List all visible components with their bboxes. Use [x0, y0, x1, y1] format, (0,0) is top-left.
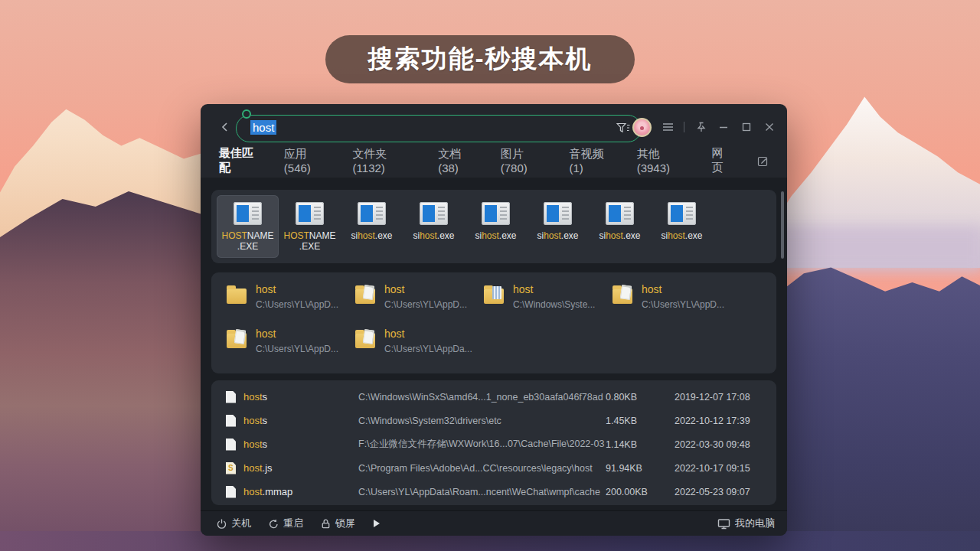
- selected-query-text: host: [250, 120, 276, 135]
- folder-result[interactable]: hostC:\Users\YL\AppD...: [227, 283, 355, 328]
- exe-app-icon: [358, 202, 386, 225]
- app-result[interactable]: sihost.exe: [651, 195, 713, 258]
- lock-icon: [320, 518, 332, 530]
- titlebar-icons: [632, 104, 776, 150]
- folder-icon: [355, 333, 375, 348]
- app-result[interactable]: sihost.exe: [403, 195, 465, 258]
- scrollbar[interactable]: [781, 191, 784, 259]
- files-result-card: hosts C:\Windows\WinSxS\amd64...1_none_e…: [211, 380, 776, 505]
- minimize-button[interactable]: [717, 120, 730, 134]
- restart-icon: [268, 518, 279, 530]
- folder-icon: [484, 289, 504, 304]
- file-result[interactable]: hosts C:\Windows\System32\drivers\etc 1.…: [226, 409, 763, 432]
- desktop: 搜索功能-秒搜本机 host: [0, 0, 980, 551]
- file-result[interactable]: host.js C:\Program Files\Adobe\Ad...CC\r…: [226, 456, 763, 480]
- file-icon: [226, 462, 236, 474]
- tab-documents[interactable]: 文档(38): [438, 144, 481, 182]
- tab-apps[interactable]: 应用(546): [284, 144, 333, 182]
- search-window: host: [201, 104, 787, 536]
- my-computer-button[interactable]: 我的电脑: [717, 517, 775, 530]
- file-icon: [226, 391, 236, 403]
- folder-icon: [227, 289, 247, 304]
- power-icon: [216, 518, 227, 530]
- file-result[interactable]: host.mmap C:\Users\YL\AppData\Roam...nce…: [226, 480, 763, 504]
- folder-icon: [612, 289, 632, 304]
- exe-app-icon: [668, 202, 696, 225]
- app-result[interactable]: HOSTNAME.EXE: [279, 195, 341, 258]
- file-icon: [226, 486, 236, 498]
- expand-arrow-icon[interactable]: [374, 520, 380, 527]
- lock-screen-button[interactable]: 锁屏: [320, 517, 355, 530]
- close-button[interactable]: [763, 120, 776, 134]
- folder-icon: [355, 289, 375, 304]
- wallpaper-fog: [754, 226, 980, 272]
- tab-folders[interactable]: 文件夹(1132): [353, 144, 419, 182]
- back-button[interactable]: [219, 121, 231, 133]
- results-area: HOSTNAME.EXE HOSTNAME.EXE sihost.exe sih…: [201, 178, 787, 510]
- tab-media[interactable]: 音视频(1): [570, 144, 617, 182]
- search-input[interactable]: host: [236, 115, 642, 142]
- apps-result-card: HOSTNAME.EXE HOSTNAME.EXE sihost.exe sih…: [211, 190, 776, 263]
- exe-app-icon: [420, 202, 448, 225]
- search-icon: [242, 109, 251, 119]
- shutdown-button[interactable]: 关机: [216, 517, 251, 530]
- filter-icon[interactable]: [616, 122, 631, 134]
- page-title: 搜索功能-秒搜本机: [325, 35, 635, 83]
- app-result[interactable]: sihost.exe: [341, 195, 403, 258]
- folder-result[interactable]: hostC:\Users\YL\AppDa...: [355, 328, 484, 372]
- edit-tabs-icon[interactable]: [757, 155, 769, 171]
- restart-button[interactable]: 重启: [268, 517, 303, 530]
- tab-images[interactable]: 图片(780): [501, 144, 550, 182]
- file-icon: [226, 415, 236, 427]
- tab-others[interactable]: 其他(3943): [637, 144, 692, 182]
- folder-result[interactable]: hostC:\Users\YL\AppD...: [612, 283, 741, 328]
- app-result[interactable]: sihost.exe: [465, 195, 527, 258]
- search-query: host: [250, 121, 276, 134]
- page-title-text: 搜索功能-秒搜本机: [368, 42, 593, 77]
- app-result[interactable]: HOSTNAME.EXE: [217, 195, 279, 258]
- exe-app-icon: [296, 202, 324, 225]
- folder-result[interactable]: hostC:\Users\YL\AppD...: [227, 328, 355, 372]
- app-result[interactable]: sihost.exe: [589, 195, 651, 258]
- pin-icon[interactable]: [694, 120, 707, 134]
- folder-icon: [227, 333, 247, 348]
- maximize-button[interactable]: [740, 120, 753, 134]
- result-tabs: 最佳匹配 应用(546) 文件夹(1132) 文档(38) 图片(780) 音视…: [219, 148, 769, 178]
- file-result[interactable]: hosts C:\Windows\WinSxS\amd64...1_none_e…: [226, 385, 763, 409]
- exe-app-icon: [606, 202, 634, 225]
- folder-result[interactable]: hostC:\Users\YL\AppD...: [355, 283, 484, 328]
- user-avatar[interactable]: [632, 118, 652, 137]
- menu-icon[interactable]: [661, 120, 675, 134]
- footer-bar: 关机 重启 锁屏: [201, 510, 787, 536]
- titlebar: host: [201, 104, 787, 150]
- folders-result-card: hostC:\Users\YL\AppD... hostC:\Users\YL\…: [211, 272, 776, 373]
- computer-icon: [717, 518, 730, 530]
- file-icon: [226, 439, 236, 451]
- divider: [684, 122, 684, 132]
- wallpaper-hills-right: [754, 253, 980, 551]
- file-result[interactable]: hosts F:\企业微信文件存储\WXWork\16...07\Cache\F…: [226, 432, 763, 456]
- app-result[interactable]: sihost.exe: [527, 195, 589, 258]
- exe-app-icon: [234, 202, 262, 225]
- exe-app-icon: [482, 202, 510, 225]
- folder-result[interactable]: hostC:\Windows\Syste...: [484, 283, 612, 328]
- exe-app-icon: [544, 202, 572, 225]
